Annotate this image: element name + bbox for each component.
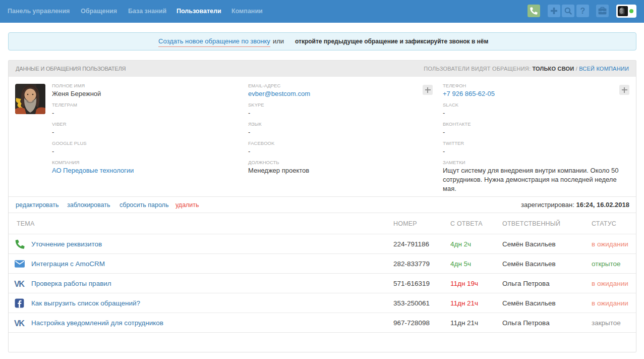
svg-text:VK: VK <box>14 319 25 328</box>
svg-text:?: ? <box>580 7 586 15</box>
svg-text:VK: VK <box>14 279 25 288</box>
